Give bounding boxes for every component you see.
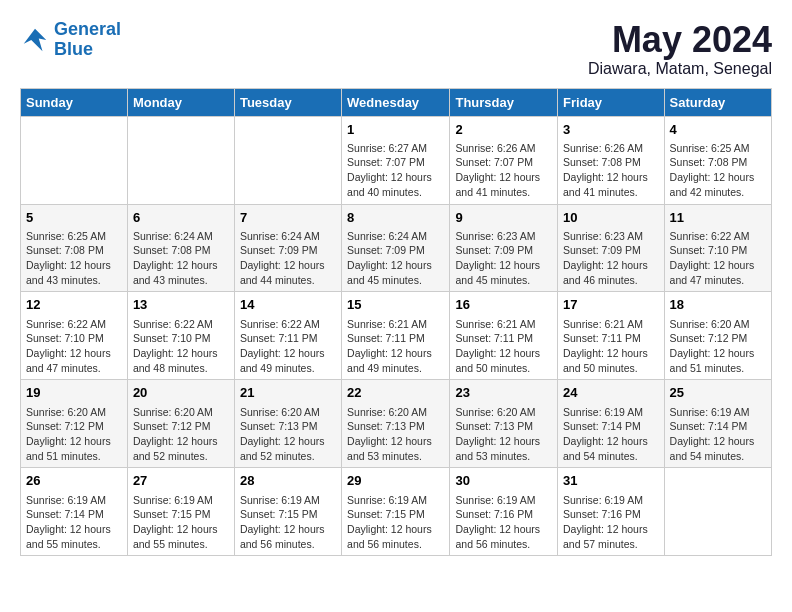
day-info: Sunrise: 6:21 AM Sunset: 7:11 PM Dayligh… bbox=[347, 317, 444, 376]
day-number: 25 bbox=[670, 384, 766, 402]
calendar-cell: 16Sunrise: 6:21 AM Sunset: 7:11 PM Dayli… bbox=[450, 292, 558, 380]
calendar-week-row: 26Sunrise: 6:19 AM Sunset: 7:14 PM Dayli… bbox=[21, 468, 772, 556]
day-number: 28 bbox=[240, 472, 336, 490]
calendar-cell: 21Sunrise: 6:20 AM Sunset: 7:13 PM Dayli… bbox=[234, 380, 341, 468]
weekday-row: SundayMondayTuesdayWednesdayThursdayFrid… bbox=[21, 88, 772, 116]
day-info: Sunrise: 6:20 AM Sunset: 7:12 PM Dayligh… bbox=[26, 405, 122, 464]
day-number: 7 bbox=[240, 209, 336, 227]
day-number: 2 bbox=[455, 121, 552, 139]
calendar-title: May 2024 bbox=[588, 20, 772, 60]
weekday-header: Saturday bbox=[664, 88, 771, 116]
calendar-cell: 20Sunrise: 6:20 AM Sunset: 7:12 PM Dayli… bbox=[127, 380, 234, 468]
calendar-cell: 18Sunrise: 6:20 AM Sunset: 7:12 PM Dayli… bbox=[664, 292, 771, 380]
svg-marker-0 bbox=[24, 29, 47, 52]
logo-text: General Blue bbox=[54, 20, 121, 60]
day-number: 15 bbox=[347, 296, 444, 314]
calendar-week-row: 5Sunrise: 6:25 AM Sunset: 7:08 PM Daylig… bbox=[21, 204, 772, 292]
calendar-cell: 14Sunrise: 6:22 AM Sunset: 7:11 PM Dayli… bbox=[234, 292, 341, 380]
calendar-cell bbox=[664, 468, 771, 556]
weekday-header: Thursday bbox=[450, 88, 558, 116]
day-number: 11 bbox=[670, 209, 766, 227]
day-info: Sunrise: 6:22 AM Sunset: 7:10 PM Dayligh… bbox=[26, 317, 122, 376]
calendar-header: SundayMondayTuesdayWednesdayThursdayFrid… bbox=[21, 88, 772, 116]
calendar-cell: 24Sunrise: 6:19 AM Sunset: 7:14 PM Dayli… bbox=[558, 380, 665, 468]
day-info: Sunrise: 6:22 AM Sunset: 7:10 PM Dayligh… bbox=[133, 317, 229, 376]
calendar-cell: 11Sunrise: 6:22 AM Sunset: 7:10 PM Dayli… bbox=[664, 204, 771, 292]
calendar-cell bbox=[234, 116, 341, 204]
day-info: Sunrise: 6:24 AM Sunset: 7:09 PM Dayligh… bbox=[347, 229, 444, 288]
day-number: 18 bbox=[670, 296, 766, 314]
day-number: 5 bbox=[26, 209, 122, 227]
calendar-cell: 12Sunrise: 6:22 AM Sunset: 7:10 PM Dayli… bbox=[21, 292, 128, 380]
day-number: 19 bbox=[26, 384, 122, 402]
day-info: Sunrise: 6:19 AM Sunset: 7:14 PM Dayligh… bbox=[563, 405, 659, 464]
day-number: 13 bbox=[133, 296, 229, 314]
calendar-week-row: 1Sunrise: 6:27 AM Sunset: 7:07 PM Daylig… bbox=[21, 116, 772, 204]
day-info: Sunrise: 6:23 AM Sunset: 7:09 PM Dayligh… bbox=[455, 229, 552, 288]
day-info: Sunrise: 6:26 AM Sunset: 7:07 PM Dayligh… bbox=[455, 141, 552, 200]
day-number: 27 bbox=[133, 472, 229, 490]
day-info: Sunrise: 6:19 AM Sunset: 7:16 PM Dayligh… bbox=[455, 493, 552, 552]
calendar-cell: 7Sunrise: 6:24 AM Sunset: 7:09 PM Daylig… bbox=[234, 204, 341, 292]
day-info: Sunrise: 6:26 AM Sunset: 7:08 PM Dayligh… bbox=[563, 141, 659, 200]
day-number: 22 bbox=[347, 384, 444, 402]
day-info: Sunrise: 6:24 AM Sunset: 7:08 PM Dayligh… bbox=[133, 229, 229, 288]
day-info: Sunrise: 6:22 AM Sunset: 7:11 PM Dayligh… bbox=[240, 317, 336, 376]
day-number: 24 bbox=[563, 384, 659, 402]
day-info: Sunrise: 6:25 AM Sunset: 7:08 PM Dayligh… bbox=[670, 141, 766, 200]
calendar-cell: 2Sunrise: 6:26 AM Sunset: 7:07 PM Daylig… bbox=[450, 116, 558, 204]
day-info: Sunrise: 6:24 AM Sunset: 7:09 PM Dayligh… bbox=[240, 229, 336, 288]
day-info: Sunrise: 6:20 AM Sunset: 7:12 PM Dayligh… bbox=[670, 317, 766, 376]
calendar-cell: 29Sunrise: 6:19 AM Sunset: 7:15 PM Dayli… bbox=[342, 468, 450, 556]
day-number: 23 bbox=[455, 384, 552, 402]
day-info: Sunrise: 6:19 AM Sunset: 7:15 PM Dayligh… bbox=[240, 493, 336, 552]
calendar-week-row: 12Sunrise: 6:22 AM Sunset: 7:10 PM Dayli… bbox=[21, 292, 772, 380]
day-info: Sunrise: 6:27 AM Sunset: 7:07 PM Dayligh… bbox=[347, 141, 444, 200]
day-info: Sunrise: 6:20 AM Sunset: 7:13 PM Dayligh… bbox=[240, 405, 336, 464]
calendar-cell: 19Sunrise: 6:20 AM Sunset: 7:12 PM Dayli… bbox=[21, 380, 128, 468]
day-info: Sunrise: 6:19 AM Sunset: 7:16 PM Dayligh… bbox=[563, 493, 659, 552]
day-number: 8 bbox=[347, 209, 444, 227]
weekday-header: Sunday bbox=[21, 88, 128, 116]
calendar-cell: 22Sunrise: 6:20 AM Sunset: 7:13 PM Dayli… bbox=[342, 380, 450, 468]
calendar-cell: 13Sunrise: 6:22 AM Sunset: 7:10 PM Dayli… bbox=[127, 292, 234, 380]
weekday-header: Wednesday bbox=[342, 88, 450, 116]
day-info: Sunrise: 6:20 AM Sunset: 7:13 PM Dayligh… bbox=[455, 405, 552, 464]
day-info: Sunrise: 6:19 AM Sunset: 7:15 PM Dayligh… bbox=[133, 493, 229, 552]
day-info: Sunrise: 6:25 AM Sunset: 7:08 PM Dayligh… bbox=[26, 229, 122, 288]
day-number: 10 bbox=[563, 209, 659, 227]
day-info: Sunrise: 6:21 AM Sunset: 7:11 PM Dayligh… bbox=[455, 317, 552, 376]
calendar-cell: 28Sunrise: 6:19 AM Sunset: 7:15 PM Dayli… bbox=[234, 468, 341, 556]
calendar-cell: 26Sunrise: 6:19 AM Sunset: 7:14 PM Dayli… bbox=[21, 468, 128, 556]
weekday-header: Friday bbox=[558, 88, 665, 116]
day-number: 30 bbox=[455, 472, 552, 490]
calendar-cell: 6Sunrise: 6:24 AM Sunset: 7:08 PM Daylig… bbox=[127, 204, 234, 292]
calendar-week-row: 19Sunrise: 6:20 AM Sunset: 7:12 PM Dayli… bbox=[21, 380, 772, 468]
day-info: Sunrise: 6:22 AM Sunset: 7:10 PM Dayligh… bbox=[670, 229, 766, 288]
day-number: 3 bbox=[563, 121, 659, 139]
day-number: 26 bbox=[26, 472, 122, 490]
calendar-cell: 1Sunrise: 6:27 AM Sunset: 7:07 PM Daylig… bbox=[342, 116, 450, 204]
day-number: 9 bbox=[455, 209, 552, 227]
calendar-cell: 30Sunrise: 6:19 AM Sunset: 7:16 PM Dayli… bbox=[450, 468, 558, 556]
day-number: 17 bbox=[563, 296, 659, 314]
day-number: 1 bbox=[347, 121, 444, 139]
day-info: Sunrise: 6:21 AM Sunset: 7:11 PM Dayligh… bbox=[563, 317, 659, 376]
day-number: 29 bbox=[347, 472, 444, 490]
title-block: May 2024 Diawara, Matam, Senegal bbox=[588, 20, 772, 78]
calendar-cell: 15Sunrise: 6:21 AM Sunset: 7:11 PM Dayli… bbox=[342, 292, 450, 380]
logo-line1: General bbox=[54, 19, 121, 39]
day-number: 31 bbox=[563, 472, 659, 490]
calendar-cell: 23Sunrise: 6:20 AM Sunset: 7:13 PM Dayli… bbox=[450, 380, 558, 468]
weekday-header: Tuesday bbox=[234, 88, 341, 116]
day-number: 12 bbox=[26, 296, 122, 314]
weekday-header: Monday bbox=[127, 88, 234, 116]
calendar-cell: 10Sunrise: 6:23 AM Sunset: 7:09 PM Dayli… bbox=[558, 204, 665, 292]
logo-line2: Blue bbox=[54, 39, 93, 59]
day-number: 14 bbox=[240, 296, 336, 314]
day-number: 20 bbox=[133, 384, 229, 402]
calendar-subtitle: Diawara, Matam, Senegal bbox=[588, 60, 772, 78]
day-number: 21 bbox=[240, 384, 336, 402]
day-info: Sunrise: 6:23 AM Sunset: 7:09 PM Dayligh… bbox=[563, 229, 659, 288]
day-info: Sunrise: 6:20 AM Sunset: 7:13 PM Dayligh… bbox=[347, 405, 444, 464]
